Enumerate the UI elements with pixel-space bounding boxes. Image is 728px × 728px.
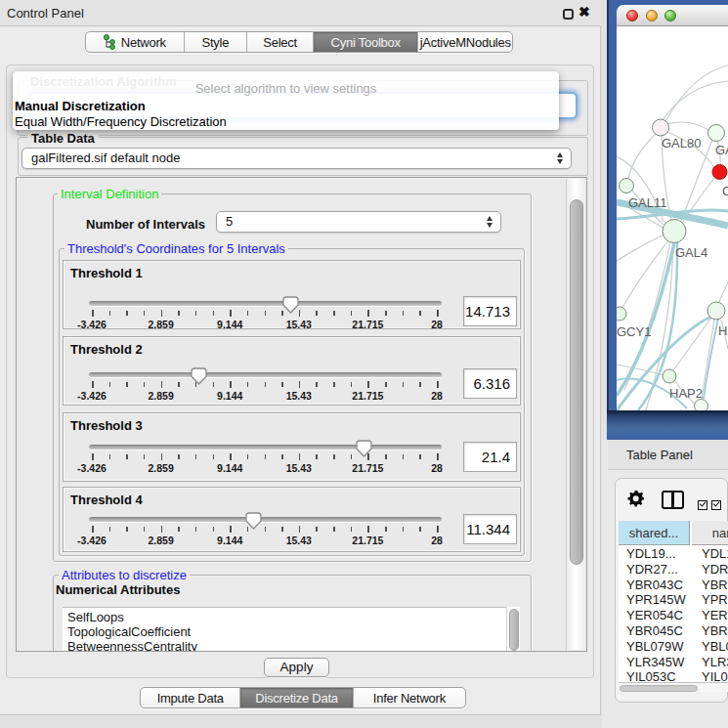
slider-minor-tick (126, 454, 128, 459)
attribute-list-item[interactable]: BetweennessCentrality (67, 639, 197, 652)
split-view-icon[interactable] (662, 491, 684, 509)
slider-tick-label: 15.43 (270, 390, 328, 402)
network-edge[interactable] (628, 134, 656, 179)
table-row[interactable]: YBR043CYBR043C (619, 578, 728, 593)
slider-major-tick (92, 310, 94, 317)
slider-track[interactable] (89, 301, 442, 306)
scrollbar-thumb[interactable] (570, 199, 583, 565)
HAP1-node[interactable] (707, 302, 725, 320)
screen: Control Panel ✖ NetworkStyleSelectCyni T… (0, 0, 728, 728)
tab-style[interactable]: Style (185, 32, 248, 52)
settings-scrollbar[interactable] (566, 179, 586, 650)
threshold-value-field[interactable]: 21.4 (463, 442, 517, 472)
slider-track[interactable] (89, 445, 442, 450)
network-edge[interactable] (663, 81, 728, 120)
slider-minor-tick (178, 527, 180, 532)
GAL4-node[interactable] (663, 220, 686, 243)
table-row[interactable]: YDL19...YDL19... (619, 546, 728, 562)
slider-minor-tick (265, 454, 267, 459)
network-edge[interactable] (666, 122, 708, 130)
scrollbar-thumb[interactable] (509, 609, 519, 651)
column-header-name[interactable]: name (692, 521, 728, 545)
red-node[interactable] (712, 165, 727, 180)
tab-cyni-toolbox[interactable]: Cyni Toolbox (314, 32, 419, 52)
close-icon[interactable]: ✖ (578, 4, 592, 23)
slider-major-tick (161, 526, 163, 533)
threshold-value-field[interactable]: 14.713 (463, 296, 517, 326)
slider-thumb[interactable] (282, 296, 299, 314)
mode-tab-impute-data[interactable]: Impute Data (141, 688, 240, 707)
slider-minor-tick (316, 311, 318, 316)
table-cell: YPR145W (702, 592, 728, 608)
scrollbar-thumb[interactable] (620, 685, 698, 692)
slider-thumb[interactable] (356, 440, 372, 457)
tab-select[interactable]: Select (247, 32, 314, 52)
column-header-shared-name[interactable]: shared... (619, 521, 690, 545)
node-table[interactable]: shared...nameYDL19...YDL19...YDR27...YDR… (619, 521, 728, 692)
table-row[interactable]: YER054CYER054C (619, 608, 728, 623)
GAL11-node[interactable] (620, 179, 634, 193)
network-edge[interactable] (718, 282, 728, 305)
numerical-attributes-label: Numerical Attributes (56, 582, 180, 597)
mode-tab-infer-network[interactable]: Infer Network (354, 688, 465, 707)
control-panel-tabs: NetworkStyleSelectCyni ToolboxjActiveMNo… (85, 31, 513, 53)
slider-thumb[interactable] (245, 512, 262, 530)
slider-minor-tick (144, 454, 146, 459)
float-window-icon[interactable] (563, 9, 574, 20)
numerical-attributes-list[interactable]: SelfLoopsTopologicalCoefficientBetweenne… (63, 607, 506, 651)
mode-tab-label: Impute Data (157, 691, 224, 706)
attribute-list-item[interactable]: SelfLoops (67, 610, 124, 624)
slider-thumb[interactable] (191, 367, 207, 385)
attributes-group-title: Attributes to discretize (59, 568, 190, 582)
control-panel-window: Control Panel ✖ NetworkStyleSelectCyni T… (0, 0, 601, 715)
network-view-window: GAL80GACGAL11GAL4GCY1HAHAP2 (607, 0, 728, 440)
apply-button[interactable]: Apply (264, 658, 329, 677)
slider-minor-tick (126, 382, 128, 387)
table-cell: YLR345W (702, 655, 728, 670)
network-window-titlebar[interactable] (617, 5, 728, 26)
network-canvas[interactable]: GAL80GACGAL11GAL4GCY1HAHAP2 (617, 26, 728, 410)
slider-minor-tick (385, 527, 387, 532)
tab-jactivemnodules[interactable]: jActiveMNodules (418, 32, 512, 52)
GAL80-node[interactable] (653, 119, 669, 136)
gear-icon[interactable] (627, 491, 644, 507)
network-edge[interactable] (673, 318, 711, 370)
network-edge[interactable] (702, 320, 714, 399)
slider-minor-tick (403, 382, 405, 387)
network-edge[interactable] (665, 65, 728, 121)
algorithm-popup-item[interactable]: Manual Discretization (13, 99, 559, 114)
zoom-traffic-light-icon[interactable] (664, 10, 676, 21)
checkbox-icon[interactable] (711, 500, 721, 510)
algorithm-popup-item[interactable]: Select algorithm to view settings (13, 81, 559, 97)
table-row[interactable]: YLR345WYLR345W (619, 655, 728, 670)
slider-minor-tick (109, 454, 111, 459)
table-row[interactable]: YPR145WYPR145W (619, 592, 728, 608)
table-row[interactable]: YBR045CYBR045C (619, 623, 728, 639)
network-edge-heavy[interactable] (704, 319, 718, 399)
number-of-intervals-select[interactable]: 5 (216, 211, 501, 233)
threshold-value-field[interactable]: 6.316 (463, 368, 517, 399)
minimize-traffic-light-icon[interactable] (646, 10, 658, 21)
table-data-select[interactable]: galFiltered.sif default node (21, 148, 572, 169)
network-edge[interactable] (617, 235, 664, 261)
threshold-value-field[interactable]: 11.344 (463, 514, 517, 544)
network-edge[interactable] (681, 140, 712, 221)
HAP2-node[interactable] (663, 369, 676, 383)
slider-track[interactable] (89, 517, 442, 522)
bottom-node[interactable] (695, 400, 708, 411)
GAL3-node[interactable] (708, 125, 725, 142)
table-row[interactable]: YBL079WYBL079W (619, 639, 728, 655)
attribute-list-item[interactable]: TopologicalCoefficient (67, 624, 191, 639)
tab-label: jActiveMNodules (420, 35, 511, 50)
mode-tab-discretize-data[interactable]: Discretize Data (240, 688, 353, 707)
slider-track[interactable] (89, 372, 442, 377)
checkbox-icon[interactable] (698, 500, 707, 510)
algorithm-popup-item[interactable]: Equal Width/Frequency Discretization (13, 114, 559, 130)
GCY1-node[interactable] (617, 307, 626, 321)
attributes-list-scrollbar[interactable] (506, 607, 520, 651)
close-traffic-light-icon[interactable] (626, 10, 638, 21)
slider-minor-tick (333, 454, 335, 459)
table-horizontal-scrollbar[interactable] (619, 682, 728, 692)
tab-network[interactable]: Network (86, 32, 185, 52)
table-row[interactable]: YDR27...YDR27... (619, 562, 728, 578)
